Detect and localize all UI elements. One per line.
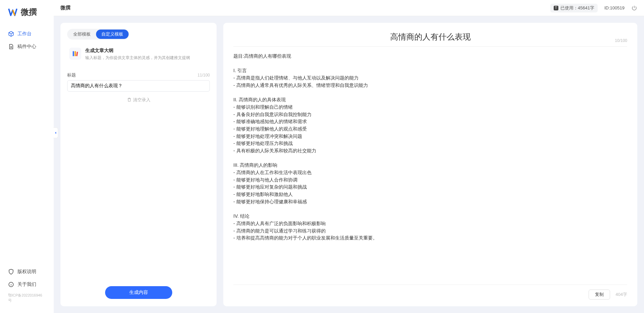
sidebar: 微撰 工作台 稿件中心 版权说明 xyxy=(0,0,54,313)
sidebar-item-copyright[interactable]: 版权说明 xyxy=(0,265,54,278)
template-info: 生成文章大纲 输入标题，为你提供文章主体的灵感，并为其创建推文提纲 xyxy=(85,48,190,61)
sidebar-item-drafts[interactable]: 稿件中心 xyxy=(0,40,54,53)
tab-all-templates[interactable]: 全部模板 xyxy=(68,30,96,39)
doc-header: 高情商的人有什么表现 10/100 xyxy=(233,32,627,47)
sidebar-item-about[interactable]: 关于我们 xyxy=(0,278,54,291)
doc-body[interactable]: 题目:高情商的人有哪些表现 I. 引言 - 高情商是指人们处理情绪、与他人互动以… xyxy=(233,53,627,281)
nav: 工作台 稿件中心 xyxy=(0,28,54,265)
document-icon xyxy=(8,44,14,50)
doc-footer: 复制 404字 xyxy=(233,284,627,300)
sidebar-item-label: 工作台 xyxy=(17,31,32,37)
trash-icon xyxy=(127,97,132,103)
doc-title: 高情商的人有什么表现 xyxy=(390,32,471,42)
sidebar-item-label: 版权说明 xyxy=(17,269,36,275)
cube-icon xyxy=(8,31,14,37)
generate-label: 生成内容 xyxy=(129,290,148,295)
svg-rect-4 xyxy=(75,51,76,56)
content: 全部模板 自定义模板 生成文章大纲 输入标题，为你提供文章主体的灵感，并为其创建… xyxy=(54,16,644,313)
title-char-count: 11/100 xyxy=(197,73,210,77)
sidebar-footer: 版权说明 关于我们 鄂ICP备2022016946号 xyxy=(0,265,54,306)
usage-text: 已使用：45641字 xyxy=(560,5,594,11)
page-title: 微撰 xyxy=(60,5,71,11)
tab-label: 全部模板 xyxy=(73,32,91,37)
sidebar-item-label: 关于我们 xyxy=(17,281,36,288)
brand-logo: 微撰 xyxy=(0,7,54,28)
right-panel: 高情商的人有什么表现 10/100 题目:高情商的人有哪些表现 I. 引言 - … xyxy=(223,23,637,306)
copy-label: 复制 xyxy=(595,292,604,297)
template-card[interactable]: 生成文章大纲 输入标题，为你提供文章主体的灵感，并为其创建推文提纲 xyxy=(67,44,210,64)
main: 微撰 T 已使用：45641字 ID:100519 全部模板 自定义模板 xyxy=(54,0,644,313)
user-id: ID:100519 xyxy=(604,5,625,10)
generate-button[interactable]: 生成内容 xyxy=(105,286,172,299)
info-icon xyxy=(8,281,14,288)
left-panel: 全部模板 自定义模板 生成文章大纲 输入标题，为你提供文章主体的灵感，并为其创建… xyxy=(60,23,217,306)
title-label-row: 标题 11/100 xyxy=(67,72,210,78)
template-desc: 输入标题，为你提供文章主体的灵感，并为其创建推文提纲 xyxy=(85,55,190,61)
sidebar-item-label: 稿件中心 xyxy=(17,44,36,50)
tab-custom-templates[interactable]: 自定义模板 xyxy=(96,30,129,39)
template-tabs: 全部模板 自定义模板 xyxy=(67,29,129,40)
template-title: 生成文章大纲 xyxy=(85,48,190,54)
logo-icon xyxy=(8,7,19,17)
text-badge-icon: T xyxy=(554,6,558,10)
header: 微撰 T 已使用：45641字 ID:100519 xyxy=(54,0,644,16)
icp-text: 鄂ICP备2022016946号 xyxy=(0,291,54,303)
collapse-sidebar-button[interactable] xyxy=(53,127,58,138)
clear-label: 清空录入 xyxy=(133,97,150,103)
svg-rect-3 xyxy=(73,51,74,56)
copy-button[interactable]: 复制 xyxy=(589,290,610,300)
word-count: 404字 xyxy=(615,292,627,298)
power-icon[interactable] xyxy=(631,5,637,11)
books-icon xyxy=(69,48,81,60)
shield-icon xyxy=(8,269,14,275)
title-input[interactable] xyxy=(67,80,210,92)
sidebar-item-workspace[interactable]: 工作台 xyxy=(0,28,54,40)
header-right: T 已使用：45641字 ID:100519 xyxy=(550,4,637,12)
tab-label: 自定义模板 xyxy=(101,32,123,37)
doc-title-count: 10/100 xyxy=(615,38,627,43)
brand-name: 微撰 xyxy=(21,7,37,17)
title-label: 标题 xyxy=(67,72,76,78)
usage-badge[interactable]: T 已使用：45641字 xyxy=(550,4,598,12)
svg-rect-5 xyxy=(76,52,78,56)
clear-input-button[interactable]: 清空录入 xyxy=(67,97,210,103)
